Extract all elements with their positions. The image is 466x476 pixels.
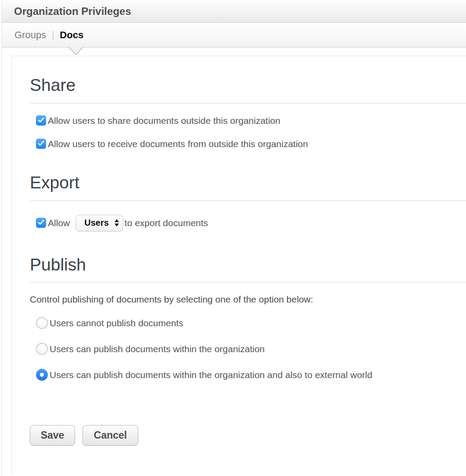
export-suffix-label: to export documents: [125, 218, 208, 228]
checkmark-icon: [38, 140, 44, 148]
export-role-select-value: Users: [84, 218, 109, 228]
radio-cannot-publish[interactable]: [36, 317, 48, 329]
publish-option-row: Users can publish documents within the o…: [36, 343, 466, 355]
radio-publish-within-org-label: Users can publish documents within the o…: [50, 344, 265, 354]
receive-outside-checkbox[interactable]: [36, 139, 46, 149]
page: Organization Privileges Groups | Docs Sh…: [1, 0, 466, 476]
publish-heading: Publish: [30, 254, 466, 276]
radio-cannot-publish-label: Users cannot publish documents: [50, 318, 183, 328]
radio-publish-external[interactable]: [36, 369, 48, 381]
radio-publish-within-org[interactable]: [36, 343, 48, 355]
receive-outside-row: Allow users to receive documents from ou…: [36, 139, 466, 149]
section-divider: [30, 103, 466, 104]
export-allow-label: Allow: [48, 218, 70, 228]
section-divider: [30, 200, 466, 201]
page-title: Organization Privileges: [14, 5, 131, 18]
checkmark-icon: [38, 219, 44, 227]
share-outside-checkbox[interactable]: [36, 115, 46, 126]
radio-publish-external-label: Users can publish documents within the o…: [50, 370, 372, 380]
share-outside-label: Allow users to share documents outside t…: [48, 115, 280, 126]
checkmark-icon: [38, 117, 44, 125]
export-heading: Export: [30, 172, 466, 194]
cancel-button[interactable]: Cancel: [82, 425, 138, 446]
tab-groups[interactable]: Groups: [14, 29, 46, 41]
publish-option-row: Users cannot publish documents: [36, 317, 466, 329]
select-arrows-icon: [115, 219, 119, 227]
receive-outside-label: Allow users to receive documents from ou…: [48, 139, 308, 149]
export-allow-checkbox[interactable]: [36, 218, 46, 228]
export-row: Allow Users to export documents: [36, 215, 466, 231]
active-tab-caret-icon: [68, 47, 83, 56]
tab-bar: Groups | Docs: [2, 23, 466, 47]
publish-option-row: Users can publish documents within the o…: [36, 369, 466, 381]
action-bar: Save Cancel: [30, 425, 466, 446]
section-divider: [30, 282, 466, 283]
save-button[interactable]: Save: [30, 425, 75, 446]
publish-description: Control publishing of documents by selec…: [30, 294, 466, 305]
tab-docs[interactable]: Docs: [60, 29, 83, 41]
tab-separator: |: [52, 30, 54, 40]
export-role-select[interactable]: Users: [75, 215, 123, 231]
title-bar: Organization Privileges: [2, 0, 466, 23]
share-outside-row: Allow users to share documents outside t…: [36, 115, 466, 126]
docs-settings-panel: Share Allow users to share documents out…: [11, 56, 466, 475]
share-heading: Share: [30, 75, 466, 96]
